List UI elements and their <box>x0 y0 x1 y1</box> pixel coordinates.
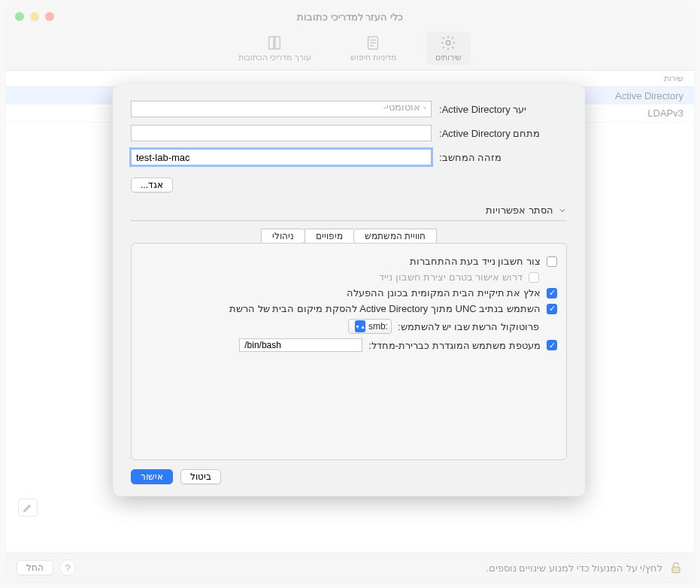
label-force-local-home: אלץ את תיקיית הבית המקומית בכונן ההפעלה <box>347 287 541 299</box>
forest-input[interactable]: - אוטומטי- <box>131 101 432 117</box>
forest-placeholder: - אוטומטי- <box>383 102 426 113</box>
label-require-confirm: דרוש אישור בטרם יצירת חשבון נייד <box>379 271 523 283</box>
domain-label: מתחם Active Directory: <box>439 128 567 139</box>
label-use-unc: השתמש בנתיב UNC מתוך Active Directory לה… <box>229 303 541 314</box>
cancel-button[interactable]: ביטול <box>180 469 221 484</box>
options-tabs: חוויית המשתמש מיפויים ניהולי <box>131 229 567 244</box>
protocol-value: smb: <box>368 321 388 332</box>
chevron-down-icon <box>558 206 567 215</box>
domain-input[interactable] <box>131 125 432 141</box>
checkbox-require-confirm <box>529 272 539 283</box>
label-mobile-account: צור חשבון נייד בעת ההתחברות <box>410 256 541 267</box>
disclosure-label: הסתר אפשרויות <box>486 205 553 216</box>
bind-button[interactable]: אגד... <box>131 177 173 192</box>
ad-config-sheet: יער Active Directory: - אוטומטי- מתחם Ac… <box>113 84 585 496</box>
options-panel: צור חשבון נייד בעת ההתחברות דרוש אישור ב… <box>131 243 567 460</box>
label-default-shell: מעטפת משתמש המוגדרת כברירת-מחדל: <box>368 340 541 351</box>
checkbox-use-unc[interactable] <box>547 304 557 314</box>
tab-mappings[interactable]: מיפויים <box>305 229 353 244</box>
ok-button[interactable]: אישור <box>131 469 173 484</box>
checkbox-default-shell[interactable] <box>547 340 557 350</box>
tab-administrative[interactable]: ניהולי <box>261 229 305 244</box>
computerid-input[interactable] <box>131 149 432 165</box>
checkbox-mobile-account[interactable] <box>547 256 557 267</box>
tab-user-experience[interactable]: חוויית המשתמש <box>353 229 437 244</box>
protocol-select[interactable]: smb: ▲▼ <box>348 319 392 334</box>
label-protocol: פרוטוקול הרשת שבו יש להשתמש: <box>398 321 539 332</box>
forest-label: יער Active Directory: <box>439 104 567 115</box>
stepper-arrows-icon: ▲▼ <box>355 320 365 332</box>
checkbox-force-local-home[interactable] <box>547 288 557 299</box>
disclosure-toggle[interactable]: הסתר אפשרויות <box>131 205 567 221</box>
default-shell-input[interactable] <box>239 338 362 352</box>
computerid-label: מזהה המחשב: <box>439 152 567 163</box>
